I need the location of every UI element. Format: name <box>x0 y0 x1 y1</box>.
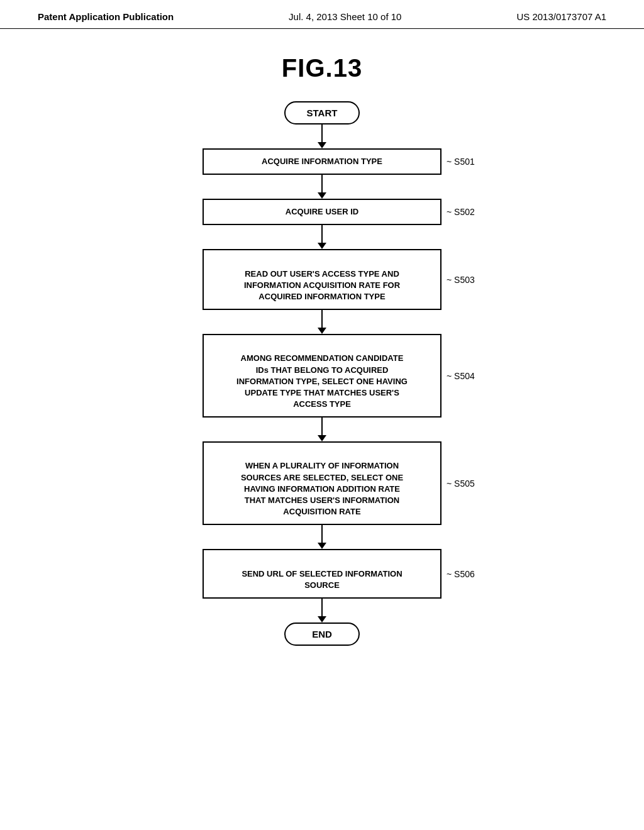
arrow-7 <box>318 599 326 622</box>
step-503-box: READ OUT USER'S ACCESS TYPE AND INFORMAT… <box>203 249 441 310</box>
arrow-line <box>321 175 323 192</box>
step-501-text: ACQUIRE INFORMATION TYPE <box>262 157 382 166</box>
arrow-line <box>321 418 323 435</box>
step-502-label: S502 <box>447 207 475 217</box>
flowchart: START ACQUIRE INFORMATION TYPE S501 ACQU… <box>203 101 441 646</box>
step-502-text: ACQUIRE USER ID <box>286 207 358 216</box>
step-504-text: AMONG RECOMMENDATION CANDIDATE IDs THAT … <box>236 353 408 409</box>
end-box: END <box>284 622 360 646</box>
step-504-row: AMONG RECOMMENDATION CANDIDATE IDs THAT … <box>203 334 441 418</box>
arrow-head <box>318 142 326 148</box>
arrow-6 <box>318 525 326 549</box>
start-row: START <box>284 101 360 124</box>
end-row: END <box>284 622 360 646</box>
arrow-2 <box>318 175 326 199</box>
arrow-5 <box>318 418 326 441</box>
step-502-box: ACQUIRE USER ID <box>203 199 441 225</box>
step-506-text: SEND URL OF SELECTED INFORMATION SOURCE <box>242 569 402 590</box>
step-504-label: S504 <box>447 371 475 381</box>
arrow-line <box>321 225 323 243</box>
figure-title: FIG.13 <box>282 54 362 82</box>
arrow-1 <box>318 124 326 148</box>
arrow-head <box>318 328 326 334</box>
step-503-label: S503 <box>447 275 475 285</box>
arrow-head <box>318 543 326 549</box>
diagram-area: FIG.13 START ACQUIRE INFORMATION TYPE S5… <box>0 29 644 646</box>
arrow-line <box>321 525 323 543</box>
page-header: Patent Application Publication Jul. 4, 2… <box>0 0 644 29</box>
step-503-text: READ OUT USER'S ACCESS TYPE AND INFORMAT… <box>244 269 400 301</box>
header-center: Jul. 4, 2013 Sheet 10 of 10 <box>289 11 401 22</box>
step-501-box: ACQUIRE INFORMATION TYPE <box>203 148 441 175</box>
step-505-box: WHEN A PLURALITY OF INFORMATION SOURCES … <box>203 441 441 525</box>
step-505-row: WHEN A PLURALITY OF INFORMATION SOURCES … <box>203 441 441 525</box>
header-left: Patent Application Publication <box>38 11 174 22</box>
arrow-head <box>318 616 326 622</box>
step-501-label: S501 <box>447 157 475 167</box>
arrow-4 <box>318 310 326 334</box>
step-506-row: SEND URL OF SELECTED INFORMATION SOURCE … <box>203 549 441 599</box>
arrow-line <box>321 599 323 616</box>
arrow-head <box>318 192 326 199</box>
arrow-head <box>318 243 326 249</box>
step-505-label: S505 <box>447 479 475 489</box>
step-505-text: WHEN A PLURALITY OF INFORMATION SOURCES … <box>241 461 403 516</box>
start-box: START <box>284 101 360 124</box>
step-502-row: ACQUIRE USER ID S502 <box>203 199 441 225</box>
step-501-row: ACQUIRE INFORMATION TYPE S501 <box>203 148 441 175</box>
arrow-head <box>318 435 326 441</box>
step-503-row: READ OUT USER'S ACCESS TYPE AND INFORMAT… <box>203 249 441 310</box>
step-504-box: AMONG RECOMMENDATION CANDIDATE IDs THAT … <box>203 334 441 418</box>
step-506-box: SEND URL OF SELECTED INFORMATION SOURCE <box>203 549 441 599</box>
arrow-3 <box>318 225 326 249</box>
arrow-line <box>321 310 323 328</box>
arrow-line <box>321 124 323 142</box>
header-right: US 2013/0173707 A1 <box>516 11 606 22</box>
step-506-label: S506 <box>447 569 475 579</box>
